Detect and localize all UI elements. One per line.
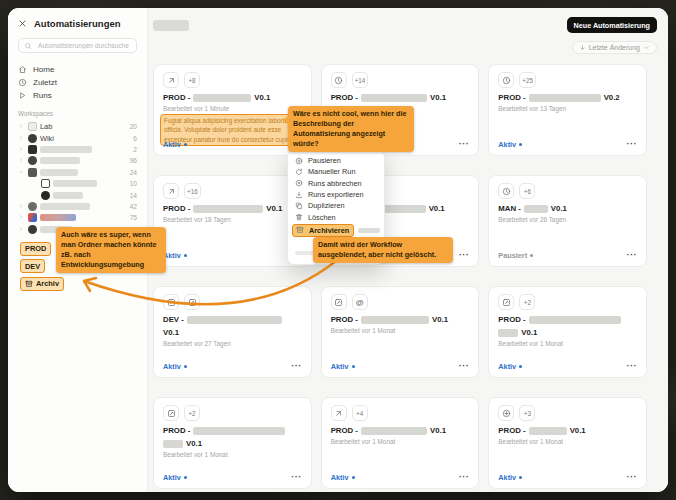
menu-item-l-schen[interactable]: Löschen [292, 211, 380, 222]
card-menu-button[interactable]: ··· [459, 140, 470, 149]
card-version: V0.1 [570, 427, 586, 436]
automation-card[interactable]: +3PROD -V0.1Bearbeitet vor 1 MonatAktiv·… [488, 397, 647, 489]
redacted-title [193, 205, 263, 213]
chevron-down-icon [643, 44, 650, 51]
workspace-list: Lab20Wiki6296241014427510 [18, 121, 137, 235]
annotation-folders-note: Auch wäre es super, wenn man Ordner mach… [56, 227, 166, 273]
chevron-right-icon[interactable] [18, 146, 24, 152]
tag-label: DEV [25, 262, 40, 271]
workspace-icon [28, 213, 37, 222]
automation-card[interactable]: +4PROD -V0.1Bearbeitet vor 1 MonatAktiv·… [321, 397, 480, 489]
run-count-badge: +6 [519, 183, 535, 199]
workspace-count: 6 [133, 135, 137, 142]
card-title: MAN -V0.1 [498, 205, 637, 214]
card-title-prefix: PROD - [498, 94, 525, 103]
tag-label: Archiv [36, 279, 59, 288]
chevron-down-icon[interactable] [18, 169, 24, 175]
chevron-right-icon[interactable] [18, 203, 24, 209]
card-edited-meta: Bearbeitet vor 26 Tagen [498, 216, 637, 223]
workspace-count: 10 [130, 180, 137, 187]
card-type-tile: @ [352, 294, 368, 310]
card-menu-button[interactable]: ··· [459, 473, 470, 482]
workspace-item[interactable]: 2 [18, 144, 137, 155]
card-type-tile [163, 183, 179, 199]
arrow-up-right-icon [167, 76, 176, 85]
menu-item-runs-exportieren[interactable]: Runs exportieren [292, 189, 380, 200]
card-menu-button[interactable]: ··· [459, 251, 470, 260]
workspace-item[interactable]: 14 [18, 189, 137, 200]
redacted-workspace-label [40, 203, 90, 210]
card-title-prefix: PROD - [331, 94, 358, 103]
redacted-title [163, 440, 183, 448]
menu-item-label: Pausieren [308, 156, 341, 165]
workspace-count: 24 [130, 169, 137, 176]
automation-card[interactable]: +2PROD -V0.1Bearbeitet vor 1 MonatAktiv·… [488, 286, 647, 378]
workspace-icon [28, 156, 37, 165]
redacted-title [524, 205, 548, 213]
status-badge[interactable]: Aktiv [331, 362, 355, 371]
card-version: V0.1 [429, 205, 445, 214]
automation-card[interactable]: +2PROD -V0.1Bearbeitet vor 1 MonatAktiv·… [153, 397, 312, 489]
workspace-item[interactable]: Lab20 [18, 121, 137, 132]
redacted-title [529, 316, 621, 324]
card-menu-button[interactable]: ··· [627, 251, 638, 260]
status-badge[interactable]: Aktiv [163, 362, 187, 371]
sidebar-title: Automatisierungen [34, 18, 121, 29]
status-badge[interactable]: Aktiv [498, 473, 522, 482]
search-icon [24, 42, 32, 50]
sidebar-item-home[interactable]: Home [18, 63, 137, 76]
card-version: V0.2 [604, 94, 620, 103]
card-menu-button[interactable]: ··· [627, 473, 638, 482]
workspace-item[interactable]: 42 [18, 201, 137, 212]
card-menu-button[interactable]: ··· [291, 362, 302, 371]
chevron-right-icon[interactable] [18, 123, 24, 129]
menu-item-label: Runs exportieren [308, 190, 364, 199]
sidebar-item-runs[interactable]: Runs [18, 89, 137, 102]
card-version: V0.1 [432, 316, 448, 325]
card-menu-button[interactable]: ··· [459, 362, 470, 371]
menu-item-archivieren[interactable]: Archivieren [292, 224, 354, 237]
card-menu-button[interactable]: ··· [627, 362, 638, 371]
menu-item-pausieren[interactable]: Pausieren [292, 155, 380, 166]
card-menu-button[interactable]: ··· [627, 140, 638, 149]
sidebar-item-zuletzt[interactable]: Zuletzt [18, 76, 137, 89]
status-badge[interactable]: Aktiv [163, 251, 187, 260]
search-field[interactable] [36, 41, 131, 50]
workspace-item[interactable]: Wiki6 [18, 132, 137, 143]
workspace-item[interactable]: 10 [18, 178, 137, 189]
automation-card[interactable]: +6MAN -V0.1Bearbeitet vor 26 TagenPausie… [488, 175, 647, 267]
chevron-right-icon[interactable] [18, 135, 24, 141]
search-input[interactable] [18, 38, 137, 53]
card-title-prefix: PROD - [163, 427, 190, 436]
status-badge[interactable]: Aktiv [163, 140, 187, 149]
status-badge[interactable]: Aktiv [498, 362, 522, 371]
automation-card[interactable]: +25PROD -V0.2Bearbeitet vor 13 TagenAkti… [488, 64, 647, 156]
workspace-count: 75 [130, 214, 137, 221]
sort-button[interactable]: Letzte Änderung [572, 41, 657, 54]
automation-card[interactable]: @PROD -V0.1Bearbeitet vor 1 MonatAktiv··… [321, 286, 480, 378]
annotation-tag-prod: PROD [20, 242, 51, 256]
menu-item-duplizieren[interactable]: Duplizieren [292, 200, 380, 211]
card-menu-button[interactable]: ··· [291, 473, 302, 482]
card-edited-meta: Bearbeitet vor 18 Tagen [163, 216, 302, 223]
status-badge[interactable]: Aktiv [498, 140, 522, 149]
edit-icon [167, 298, 176, 307]
chevron-right-icon[interactable] [18, 214, 24, 220]
home-icon [18, 65, 27, 74]
pause-circle-icon [295, 157, 303, 165]
menu-item-manueller-run[interactable]: Manueller Run [292, 166, 380, 177]
chevron-right-icon[interactable] [18, 226, 24, 232]
menu-item-label: Duplizieren [308, 201, 345, 210]
chevron-right-icon[interactable] [18, 157, 24, 163]
workspace-icon [41, 179, 50, 188]
menu-item-runs-abbrechen[interactable]: Runs abbrechen [292, 178, 380, 189]
status-badge[interactable]: Aktiv [331, 473, 355, 482]
workspace-item[interactable]: 24 [18, 167, 137, 178]
status-badge[interactable]: Pausiert [498, 251, 533, 260]
automation-card[interactable]: DEV -V0.1Bearbeitet vor 27 TagenAktiv··· [153, 286, 312, 378]
workspace-item[interactable]: 75 [18, 212, 137, 223]
close-icon[interactable] [18, 19, 27, 28]
status-badge[interactable]: Aktiv [163, 473, 187, 482]
new-automation-button[interactable]: Neue Automatisierung [567, 17, 657, 33]
workspace-item[interactable]: 96 [18, 155, 137, 166]
